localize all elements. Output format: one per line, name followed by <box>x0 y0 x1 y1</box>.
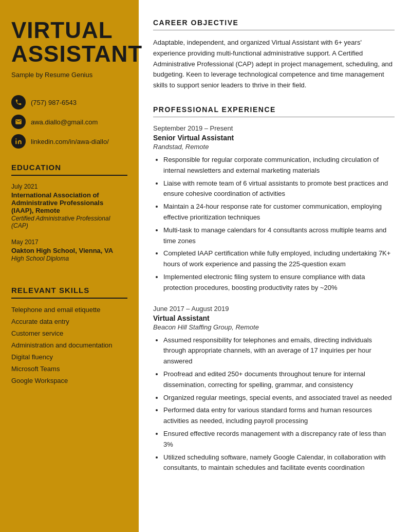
exp-company-0: Randstad, Remote <box>153 143 395 151</box>
contact-phone: (757) 987-6543 <box>11 95 127 109</box>
exp-bullet-0-0: Responsible for regular corporate commun… <box>163 155 395 176</box>
education-divider <box>11 175 127 176</box>
career-objective-title: CAREER OBJECTIVE <box>153 19 395 27</box>
email-value: awa.diallo@gmail.com <box>31 118 98 126</box>
exp-entry-1: June 2017 – August 2019 Virtual Assistan… <box>153 305 395 474</box>
phone-icon <box>11 95 26 109</box>
contact-section: (757) 987-6543 awa.diallo@gmail.com <box>11 95 127 149</box>
exp-entry-0: September 2019 – Present Senior Virtual … <box>153 124 395 293</box>
experience-divider <box>153 117 395 117</box>
experience-title: PROFESSIONAL EXPERIENCE <box>153 105 395 114</box>
exp-title-0: Senior Virtual Assistant <box>153 134 395 142</box>
edu-entry-0: July 2021 International Association of A… <box>11 183 127 229</box>
exp-bullet-0-3: Multi-task to manage calendars for 4 con… <box>163 225 395 247</box>
phone-value: (757) 987-6543 <box>31 99 77 106</box>
edu-school-0: International Association of Administrat… <box>11 191 127 214</box>
career-objective-divider <box>153 30 395 30</box>
exp-bullet-1-1: Proofread and edited 250+ documents thro… <box>163 369 395 391</box>
exp-bullet-1-3: Performed data entry for various standar… <box>163 405 395 427</box>
career-objective-section: CAREER OBJECTIVE Adaptable, independent,… <box>153 19 395 105</box>
exp-bullet-1-2: Organized regular meetings, special even… <box>163 393 395 403</box>
linkedin-icon <box>11 134 26 149</box>
exp-bullet-0-2: Maintain a 24-hour response rate for cus… <box>163 201 395 223</box>
skill-2: Customer service <box>11 329 127 337</box>
edu-entry-1: May 2017 Oakton High School, Vienna, VA … <box>11 239 127 262</box>
experience-section: PROFESSIONAL EXPERIENCE September 2019 –… <box>153 105 395 485</box>
skill-5: Microsoft Teams <box>11 365 127 373</box>
resume-subtitle: Sample by Resume Genius <box>11 71 127 79</box>
education-title: EDUCATION <box>11 163 127 172</box>
skill-1: Accurate data entry <box>11 318 127 325</box>
exp-bullet-1-0: Assumed responsibility for telephones an… <box>163 335 395 367</box>
exp-company-1: Beacon Hill Staffing Group, Remote <box>153 323 395 331</box>
education-section: EDUCATION July 2021 International Associ… <box>11 149 127 271</box>
exp-bullet-0-4: Completed IAAP certification while fully… <box>163 248 395 270</box>
linkedin-value: linkedin.com/in/awa-diallo/ <box>31 138 109 145</box>
exp-bullet-1-4: Ensured effective records management wit… <box>163 429 395 450</box>
exp-bullets-1: Assumed responsibility for telephones an… <box>153 335 395 474</box>
edu-school-1: Oakton High School, Vienna, VA <box>11 247 127 254</box>
exp-title-1: Virtual Assistant <box>153 314 395 322</box>
name-block: VIRTUAL ASSISTANT Sample by Resume Geniu… <box>11 19 127 79</box>
skill-3: Administration and documentation <box>11 341 127 349</box>
skill-4: Digital fluency <box>11 353 127 361</box>
edu-date-0: July 2021 <box>11 183 127 190</box>
skills-section: RELEVANT SKILLS Telephone and email etiq… <box>11 271 127 384</box>
career-objective-text: Adaptable, independent, and organized Vi… <box>153 38 395 91</box>
exp-bullet-0-5: Implemented electronic filing system to … <box>163 272 395 293</box>
resume-name: VIRTUAL ASSISTANT <box>11 19 127 66</box>
main-content: CAREER OBJECTIVE Adaptable, independent,… <box>139 0 411 532</box>
edu-date-1: May 2017 <box>11 239 127 246</box>
skills-list: Telephone and email etiquette Accurate d… <box>11 306 127 384</box>
exp-date-1: June 2017 – August 2019 <box>153 305 395 313</box>
exp-bullets-0: Responsible for regular corporate commun… <box>153 155 395 293</box>
skills-divider <box>11 298 127 299</box>
skill-6: Google Workspace <box>11 377 127 384</box>
exp-date-0: September 2019 – Present <box>153 124 395 132</box>
sidebar: VIRTUAL ASSISTANT Sample by Resume Geniu… <box>0 0 139 532</box>
skill-0: Telephone and email etiquette <box>11 306 127 314</box>
exp-bullet-0-1: Liaise with remote team of 6 virtual ass… <box>163 178 395 200</box>
edu-degree-0: Certified Administrative Professional (C… <box>11 215 127 229</box>
edu-degree-1: High School Diploma <box>11 255 127 262</box>
skills-title: RELEVANT SKILLS <box>11 286 127 295</box>
contact-email: awa.diallo@gmail.com <box>11 115 127 129</box>
email-icon <box>11 115 26 129</box>
contact-linkedin: linkedin.com/in/awa-diallo/ <box>11 134 127 149</box>
exp-bullet-1-5: Utilized scheduling software, namely Goo… <box>163 452 395 474</box>
